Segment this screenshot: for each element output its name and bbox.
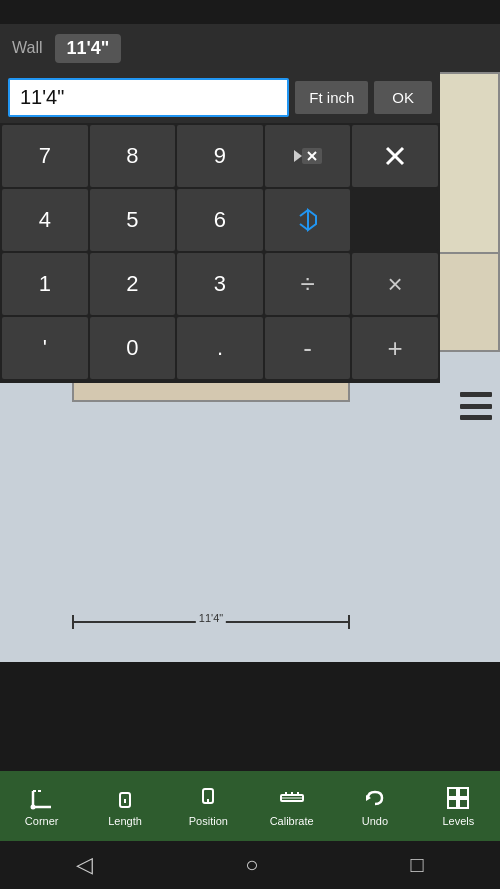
svg-marker-0: [294, 150, 302, 162]
calculator: Ft inch OK 789456123÷×'0.-+: [0, 72, 440, 383]
measurement-text: 11'4": [196, 612, 226, 624]
undo-label: Undo: [362, 815, 388, 827]
key-backspace[interactable]: [265, 125, 351, 187]
calibrate-icon: [279, 785, 305, 811]
key-2[interactable]: 2: [90, 253, 176, 315]
corner-label: Corner: [25, 815, 59, 827]
calibrate-label: Calibrate: [270, 815, 314, 827]
key-1[interactable]: 1: [2, 253, 88, 315]
key-apostrophe[interactable]: ': [2, 317, 88, 379]
svg-rect-24: [448, 788, 457, 797]
toolbar-position[interactable]: Position: [178, 785, 238, 827]
position-label: Position: [189, 815, 228, 827]
calc-input[interactable]: [8, 78, 289, 117]
length-label: Length: [108, 815, 142, 827]
meas-tick-right: [348, 615, 350, 629]
key-4[interactable]: 4: [2, 189, 88, 251]
key-6[interactable]: 6: [177, 189, 263, 251]
key-3[interactable]: 3: [177, 253, 263, 315]
ok-button[interactable]: OK: [374, 81, 432, 114]
lines-menu-icon[interactable]: [460, 392, 492, 420]
key-5[interactable]: 5: [90, 189, 176, 251]
svg-marker-6: [308, 210, 316, 230]
wall-value: 11'4": [55, 34, 122, 63]
ft-inch-button[interactable]: Ft inch: [295, 81, 368, 114]
toolbar-corner[interactable]: Corner: [12, 785, 72, 827]
key-empty1[interactable]: [352, 189, 438, 251]
key-7[interactable]: 7: [2, 125, 88, 187]
svg-line-7: [300, 224, 308, 230]
key-multiply[interactable]: ×: [352, 253, 438, 315]
nav-back[interactable]: ◁: [52, 844, 117, 886]
position-icon: [195, 785, 221, 811]
key-dot[interactable]: .: [177, 317, 263, 379]
nav-square[interactable]: □: [387, 844, 448, 886]
key-clear[interactable]: [352, 125, 438, 187]
key-bluetooth[interactable]: [265, 189, 351, 251]
toolbar-levels[interactable]: Levels: [428, 785, 488, 827]
key-0[interactable]: 0: [90, 317, 176, 379]
levels-label: Levels: [442, 815, 474, 827]
key-9[interactable]: 9: [177, 125, 263, 187]
key-plus[interactable]: +: [352, 317, 438, 379]
undo-icon: [362, 785, 388, 811]
line-bar-1: [460, 392, 492, 397]
top-bar: Wall 11'4": [0, 24, 500, 72]
wall-label: Wall: [12, 39, 43, 57]
toolbar-calibrate[interactable]: Calibrate: [262, 785, 322, 827]
svg-rect-27: [459, 799, 468, 808]
key-divide[interactable]: ÷: [265, 253, 351, 315]
length-icon: [112, 785, 138, 811]
toolbar-undo[interactable]: Undo: [345, 785, 405, 827]
nav-home[interactable]: ○: [221, 844, 282, 886]
levels-icon: [445, 785, 471, 811]
keypad: 789456123÷×'0.-+: [0, 123, 440, 383]
svg-point-12: [30, 805, 35, 810]
measurement-line: 11'4": [72, 612, 350, 632]
svg-rect-25: [459, 788, 468, 797]
toolbar-length[interactable]: Length: [95, 785, 155, 827]
line-bar-3: [460, 415, 492, 420]
line-bar-2: [460, 404, 492, 409]
svg-rect-26: [448, 799, 457, 808]
status-bar: [0, 0, 500, 24]
svg-line-8: [300, 210, 308, 216]
key-minus[interactable]: -: [265, 317, 351, 379]
calc-input-row: Ft inch OK: [0, 72, 440, 123]
corner-icon: [29, 785, 55, 811]
bottom-toolbar: Corner Length Position Calibrate Und: [0, 771, 500, 841]
key-8[interactable]: 8: [90, 125, 176, 187]
nav-bar: ◁ ○ □: [0, 841, 500, 889]
